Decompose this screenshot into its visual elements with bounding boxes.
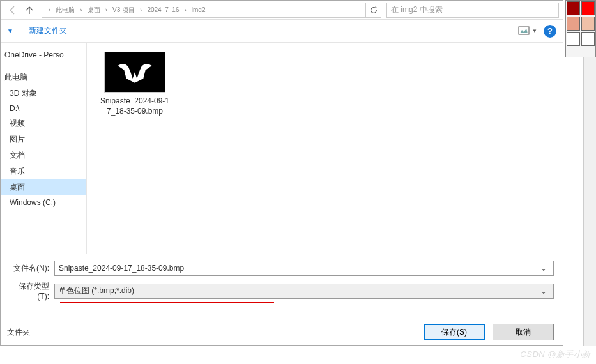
header-navigation: › 此电脑 › 桌面 › V3 项目 › 2024_7_16 › img2 在 …: [1, 1, 563, 20]
new-folder-button[interactable]: 新建文件夹: [29, 26, 67, 36]
hide-folders-link[interactable]: 文件夹: [7, 327, 30, 338]
dialog-footer: 文件夹 保存(S) 取消: [1, 314, 563, 349]
chevron-icon: ›: [49, 6, 50, 13]
chevron-down-icon[interactable]: ⌄: [538, 264, 549, 273]
organize-dropdown[interactable]: ▼: [7, 27, 19, 34]
chevron-down-icon[interactable]: ⌄: [538, 287, 549, 296]
color-swatch[interactable]: [581, 1, 595, 15]
sidebar-item-music[interactable]: 音乐: [1, 163, 86, 179]
scrollbar[interactable]: [583, 57, 596, 346]
search-placeholder: 在 img2 中搜索: [391, 4, 443, 15]
chevron-icon: ›: [140, 6, 142, 13]
sidebar-item-windows-c[interactable]: Windows (C:): [1, 195, 86, 209]
nav-up-button[interactable]: [21, 3, 38, 18]
breadcrumb-item[interactable]: 此电脑: [56, 6, 75, 15]
filetype-select[interactable]: 单色位图 (*.bmp;*.dib) ⌄: [54, 284, 554, 299]
color-palette: [565, 0, 596, 57]
sidebar-item-onedrive[interactable]: OneDrive - Perso: [1, 48, 86, 62]
save-button[interactable]: 保存(S): [424, 324, 485, 340]
chevron-icon: ›: [184, 6, 186, 13]
breadcrumb-item[interactable]: img2: [192, 6, 206, 13]
sidebar-item-documents[interactable]: 文档: [1, 148, 86, 163]
chevron-icon: ›: [80, 6, 82, 13]
breadcrumb-item[interactable]: 2024_7_16: [147, 6, 179, 13]
color-swatch-empty[interactable]: [567, 32, 580, 46]
color-swatch[interactable]: [567, 17, 580, 31]
breadcrumb-bar[interactable]: › 此电脑 › 桌面 › V3 项目 › 2024_7_16 › img2: [42, 3, 366, 18]
color-swatch[interactable]: [581, 17, 595, 31]
chevron-icon: ›: [105, 6, 107, 13]
breadcrumb-item[interactable]: 桌面: [88, 6, 100, 15]
watermark: CSDN @新手小新: [520, 349, 591, 360]
sidebar-item-this-pc[interactable]: 此电脑: [1, 70, 86, 86]
file-item[interactable]: Snipaste_2024-09-17_18-35-09.bmp: [100, 52, 170, 116]
file-name-label: Snipaste_2024-09-17_18-35-09.bmp: [100, 96, 170, 116]
view-mode-button[interactable]: ▼: [518, 26, 537, 36]
filetype-value: 单色位图 (*.bmp;*.dib): [59, 285, 538, 296]
sidebar-item-d-drive[interactable]: D:\: [1, 102, 86, 116]
filename-input[interactable]: Snipaste_2024-09-17_18-35-09.bmp ⌄: [54, 261, 554, 276]
breadcrumb-item[interactable]: V3 项目: [112, 6, 135, 15]
save-fields: 文件名(N): Snipaste_2024-09-17_18-35-09.bmp…: [1, 254, 563, 314]
caret-down-icon: ▼: [532, 28, 537, 34]
nav-back-button[interactable]: [4, 3, 21, 18]
sidebar: OneDrive - Perso 此电脑 3D 对象 D:\ 视频 图片 文档 …: [1, 43, 87, 254]
filename-value: Snipaste_2024-09-17_18-35-09.bmp: [59, 264, 538, 273]
annotation-underline: [60, 302, 274, 303]
sidebar-item-pictures[interactable]: 图片: [1, 132, 86, 148]
search-input[interactable]: 在 img2 中搜索: [386, 3, 559, 18]
svg-rect-0: [519, 27, 529, 34]
main-area: OneDrive - Perso 此电脑 3D 对象 D:\ 视频 图片 文档 …: [1, 43, 563, 254]
cancel-button[interactable]: 取消: [493, 324, 554, 340]
toolbar: ▼ 新建文件夹 ▼ ?: [1, 20, 563, 43]
refresh-button[interactable]: [366, 3, 381, 18]
file-list[interactable]: Snipaste_2024-09-17_18-35-09.bmp: [87, 43, 563, 254]
help-icon[interactable]: ?: [544, 25, 556, 38]
sidebar-item-desktop[interactable]: 桌面: [1, 179, 86, 195]
save-dialog: › 此电脑 › 桌面 › V3 项目 › 2024_7_16 › img2 在 …: [0, 0, 563, 346]
sidebar-item-videos[interactable]: 视频: [1, 116, 86, 132]
file-thumbnail: [104, 52, 165, 93]
color-swatch[interactable]: [567, 1, 580, 15]
color-swatch-empty[interactable]: [581, 32, 595, 46]
sidebar-item-3d[interactable]: 3D 对象: [1, 86, 86, 102]
filename-label: 文件名(N):: [7, 263, 54, 274]
filetype-label: 保存类型(T):: [7, 281, 54, 301]
